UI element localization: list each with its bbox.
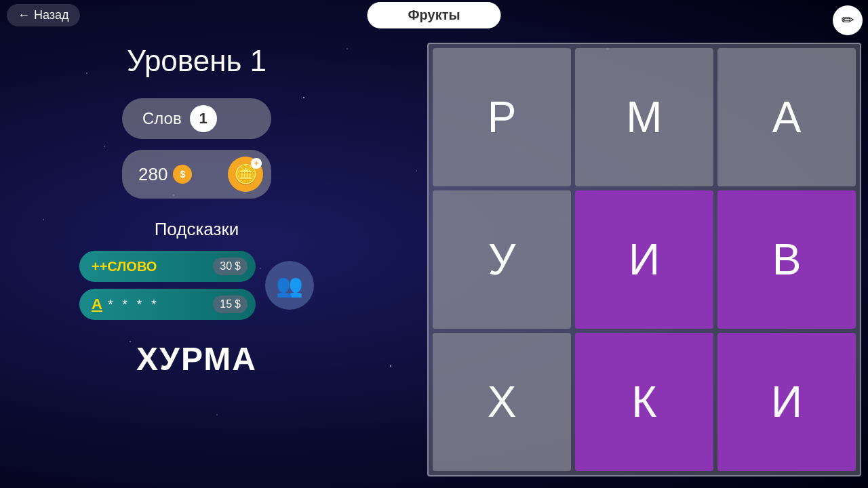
grid-panel: РМАУИВХКИ <box>420 30 868 488</box>
grid-cell-4[interactable]: И <box>575 190 713 329</box>
plus-icon: + <box>251 158 262 169</box>
back-arrow-icon: ← <box>18 8 30 22</box>
left-panel: Уровень 1 Слов 1 280 $ 🪙 + Подсказки ++С… <box>0 30 393 488</box>
grid-cell-8[interactable]: И <box>717 333 856 471</box>
help-button[interactable]: 👥 <box>265 261 314 310</box>
coins-amount: 280 $ <box>138 164 192 185</box>
back-label: Назад <box>34 8 69 22</box>
hint-letter-button[interactable]: А * * * * 15 $ <box>79 289 256 320</box>
topbar: ← Назад Фрукты <box>0 0 868 30</box>
grid-cell-5[interactable]: В <box>717 190 856 329</box>
back-button[interactable]: ← Назад <box>7 4 80 26</box>
hint-letter-content: А * * * * <box>92 296 208 313</box>
grid-cell-0[interactable]: Р <box>433 48 571 186</box>
hint-word-price: 30 $ <box>213 258 248 275</box>
hint-word-label: ++СЛОВО <box>92 259 208 274</box>
hints-area: ++СЛОВО 30 $ А * * * * 15 $ <box>79 251 314 320</box>
words-label: Слов <box>142 109 182 128</box>
grid-cell-2[interactable]: А <box>717 48 856 186</box>
words-count: 1 <box>190 105 217 132</box>
grid-cell-6[interactable]: Х <box>433 333 571 471</box>
letter-grid: РМАУИВХКИ <box>427 43 861 476</box>
word-display: ХУРМА <box>136 340 257 378</box>
hint-letter-dots: * * * * <box>108 297 159 312</box>
hint-word-button[interactable]: ++СЛОВО 30 $ <box>79 251 256 282</box>
hint-letter-char: А <box>92 296 102 313</box>
coin-icon: $ <box>173 165 192 184</box>
edit-icon-button[interactable]: ✏ <box>833 5 863 35</box>
help-people-icon: 👥 <box>276 272 303 298</box>
grid-cell-3[interactable]: У <box>433 190 571 329</box>
hints-label: Подсказки <box>155 219 239 240</box>
add-coins-button[interactable]: 🪙 + <box>228 157 263 192</box>
words-badge: Слов 1 <box>122 98 271 139</box>
coins-badge: 280 $ 🪙 + <box>122 150 271 199</box>
coin-small-icon2: $ <box>235 298 241 310</box>
coin-small-icon: $ <box>235 260 241 272</box>
level-title: Уровень 1 <box>127 44 267 78</box>
coins-value: 280 <box>138 164 167 185</box>
topic-pill: Фрукты <box>367 2 500 28</box>
hints-buttons: ++СЛОВО 30 $ А * * * * 15 $ <box>79 251 256 320</box>
edit-icon: ✏ <box>842 12 854 29</box>
hint-letter-price: 15 $ <box>213 296 248 313</box>
topic-label: Фрукты <box>408 7 460 22</box>
grid-cell-1[interactable]: М <box>575 48 713 186</box>
grid-cell-7[interactable]: К <box>575 333 713 471</box>
